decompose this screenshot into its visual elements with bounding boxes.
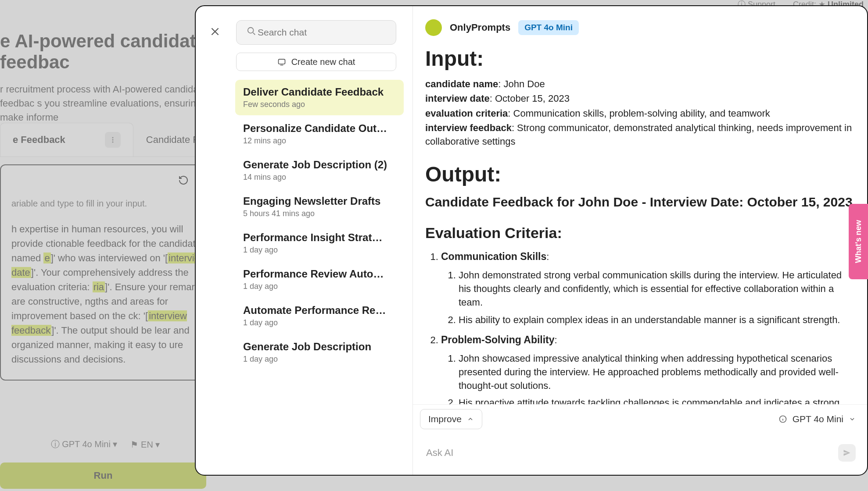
criteria-point: His proactive attitude towards tackling … xyxy=(459,396,855,404)
output-footer: Improve GPT 4o Mini xyxy=(413,404,867,434)
criteria-list: Communication Skills:John demonstrated s… xyxy=(425,249,855,404)
improve-button[interactable]: Improve xyxy=(420,409,482,429)
criteria-item: Communication Skills:John demonstrated s… xyxy=(441,249,855,327)
chat-item-time: 1 day ago xyxy=(243,355,396,364)
criteria-point: John demonstrated strong verbal communic… xyxy=(459,268,855,310)
field-interview-feedback: interview feedback: Strong communicator,… xyxy=(425,121,855,148)
criteria-section-heading: Evaluation Criteria: xyxy=(425,222,855,243)
criteria-name: Communication Skills xyxy=(441,251,546,262)
persona-name: OnlyPrompts xyxy=(450,22,510,33)
field-interview-date: interview date: October 15, 2023 xyxy=(425,92,855,105)
chat-item-title: Personalize Candidate Outr… xyxy=(243,122,388,135)
criteria-points: John demonstrated strong verbal communic… xyxy=(441,268,855,327)
close-button[interactable] xyxy=(208,25,222,39)
criteria-point: John showcased impressive analytical thi… xyxy=(459,352,855,393)
chat-item-time: 1 day ago xyxy=(243,318,396,327)
chat-item-title: Deliver Candidate Feedback xyxy=(243,86,388,98)
chat-item-time: 5 hours 41 mins ago xyxy=(243,209,396,218)
output-heading: Output: xyxy=(425,160,855,189)
criteria-points: John showcased impressive analytical thi… xyxy=(441,352,855,404)
chat-item-time: Few seconds ago xyxy=(243,100,396,109)
chat-item-title: Performance Insight Strate… xyxy=(243,231,388,244)
chat-item[interactable]: Generate Job Description1 day ago xyxy=(235,334,404,370)
output-panel: OnlyPrompts GPT 4o Mini Input: candidate… xyxy=(413,6,867,475)
send-button[interactable] xyxy=(838,444,856,462)
search-input[interactable] xyxy=(236,20,396,45)
chat-item-title: Generate Job Description (2) xyxy=(243,159,388,171)
criteria-item: Problem-Solving Ability:John showcased i… xyxy=(441,333,855,404)
chat-item[interactable]: Generate Job Description (2)14 mins ago xyxy=(235,153,404,188)
criteria-name: Problem-Solving Ability xyxy=(441,334,555,345)
chat-modal: Create new chat Deliver Candidate Feedba… xyxy=(195,5,868,476)
search-icon xyxy=(247,26,256,36)
criteria-point: His ability to explain complex ideas in … xyxy=(459,313,855,327)
avatar xyxy=(425,19,442,36)
chat-item-time: 1 day ago xyxy=(243,282,396,291)
chat-item[interactable]: Performance Insight Strate…1 day ago xyxy=(235,225,404,261)
chat-item-time: 12 mins ago xyxy=(243,136,396,146)
chat-item[interactable]: Performance Review Auto…1 day ago xyxy=(235,262,404,297)
chat-item[interactable]: Engaging Newsletter Drafts5 hours 41 min… xyxy=(235,189,404,224)
chat-item-title: Automate Performance Rev… xyxy=(243,304,388,317)
chat-item[interactable]: Automate Performance Rev…1 day ago xyxy=(235,298,404,334)
ask-ai-input[interactable] xyxy=(426,447,838,459)
chat-item[interactable]: Personalize Candidate Outr…12 mins ago xyxy=(235,116,404,152)
model-badge: GPT 4o Mini xyxy=(518,20,579,35)
field-candidate-name: candidate name: John Doe xyxy=(425,77,855,91)
footer-model-selector[interactable]: GPT 4o Mini xyxy=(778,414,856,424)
output-body: Input: candidate name: John Doe intervie… xyxy=(413,39,867,404)
svg-rect-6 xyxy=(278,59,285,64)
svg-point-5 xyxy=(248,28,254,33)
whats-new-tab[interactable]: What's new xyxy=(849,204,868,279)
output-subheading: Candidate Feedback for John Doe - Interv… xyxy=(425,193,855,212)
chat-item[interactable]: Deliver Candidate FeedbackFew seconds ag… xyxy=(235,80,404,115)
field-evaluation-criteria: evaluation criteria: Communication skill… xyxy=(425,107,855,120)
ask-row xyxy=(413,434,867,475)
chat-sidebar: Create new chat Deliver Candidate Feedba… xyxy=(196,6,413,475)
chat-item-title: Performance Review Auto… xyxy=(243,268,388,280)
chat-list: Deliver Candidate FeedbackFew seconds ag… xyxy=(235,80,404,370)
chat-item-time: 14 mins ago xyxy=(243,173,396,182)
input-heading: Input: xyxy=(425,44,855,74)
chat-item-title: Engaging Newsletter Drafts xyxy=(243,195,388,207)
chat-item-time: 1 day ago xyxy=(243,246,396,255)
chat-item-title: Generate Job Description xyxy=(243,341,388,353)
create-new-chat-button[interactable]: Create new chat xyxy=(236,53,396,71)
